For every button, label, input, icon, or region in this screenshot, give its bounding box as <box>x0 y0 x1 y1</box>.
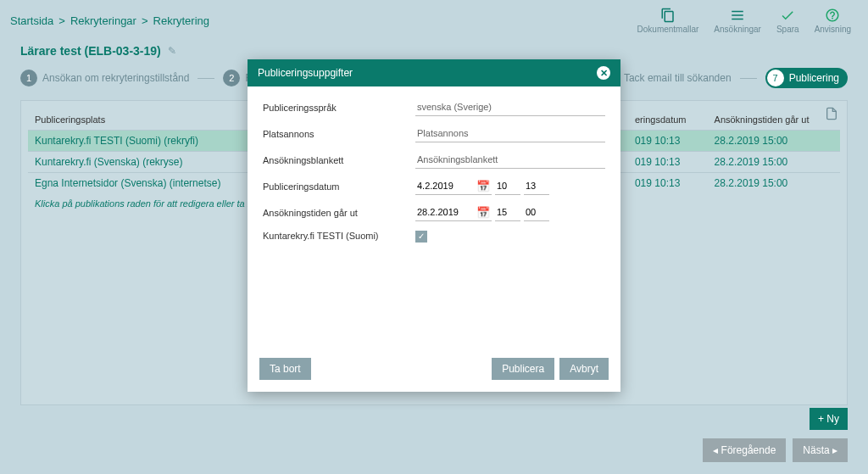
pubdate-date-input[interactable] <box>415 177 466 194</box>
language-input[interactable] <box>415 98 605 116</box>
pubdate-min-input[interactable] <box>524 177 549 195</box>
calendar-icon[interactable]: 📅 <box>476 206 490 219</box>
delete-button[interactable]: Ta bort <box>259 358 311 380</box>
deadline-date-input[interactable] <box>415 204 466 220</box>
pubdate-hour-input[interactable] <box>495 177 520 195</box>
label-jobad: Platsannons <box>263 129 415 139</box>
label-deadline: Ansökningstiden går ut <box>263 208 415 218</box>
label-channel: Kuntarekry.fi TESTI (Suomi) <box>263 231 415 241</box>
form-input[interactable] <box>415 151 605 169</box>
modal-overlay: Publiceringsuppgifter ✕ Publiceringssprå… <box>0 0 868 474</box>
modal-title: Publiceringsuppgifter <box>258 67 353 79</box>
calendar-icon[interactable]: 📅 <box>476 180 490 192</box>
publish-button[interactable]: Publicera <box>492 358 554 380</box>
deadline-hour-input[interactable] <box>495 204 520 221</box>
publication-modal: Publiceringsuppgifter ✕ Publiceringssprå… <box>248 59 620 392</box>
cancel-button[interactable]: Avbryt <box>559 358 609 380</box>
close-icon[interactable]: ✕ <box>597 66 610 80</box>
channel-checkbox[interactable]: ✓ <box>415 231 427 243</box>
jobad-input[interactable] <box>415 125 605 142</box>
modal-header: Publiceringsuppgifter ✕ <box>248 59 620 86</box>
label-language: Publiceringsspråk <box>263 103 415 113</box>
deadline-min-input[interactable] <box>524 204 549 221</box>
label-pubdate: Publiceringsdatum <box>263 181 415 192</box>
label-form: Ansökningsblankett <box>263 155 415 165</box>
